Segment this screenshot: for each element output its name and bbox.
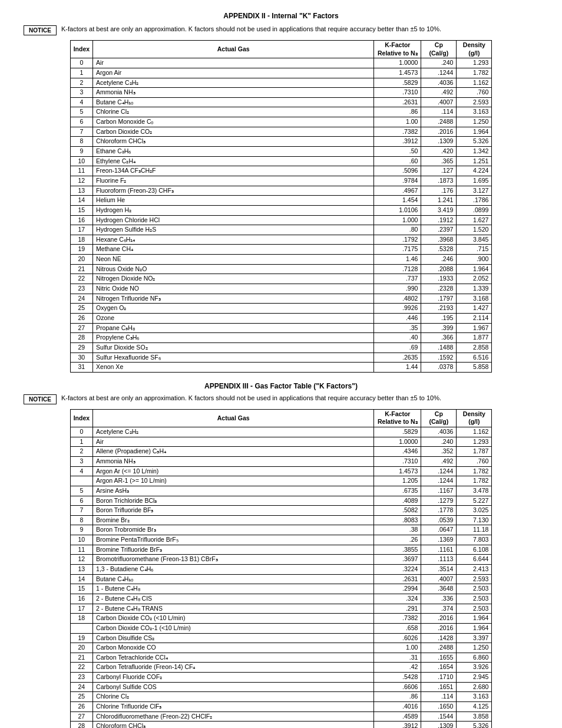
cell-gas: Acetylene C₂H₂ (93, 78, 374, 88)
cell-cp: .1873 (421, 176, 457, 186)
table-row: 14 Butane C₄H₁₀ .2631 .4007 2.593 (70, 574, 492, 584)
cell-density: 4.224 (457, 166, 492, 176)
cell-kfactor: .4346 (374, 447, 421, 457)
cell-index: 31 (70, 363, 92, 373)
cell-cp: .420 (421, 147, 457, 157)
cell-density: 1.520 (457, 225, 492, 235)
table-row: 0 Air 1.0000 .240 1.293 (70, 58, 492, 68)
cell-gas: Chlorodifluoromethane (Freon-22) CHClF₂ (93, 711, 374, 722)
cell-kfactor: .42 (374, 663, 421, 673)
table-row: 30 Sulfur Hexafluoride SF₆ .2635 .1592 6… (70, 353, 492, 363)
table-row: 28 Propylene C₃H₆ .40 .366 1.877 (70, 333, 492, 343)
cell-index: 5 (70, 486, 92, 496)
cell-kfactor: 1.0000 (374, 58, 421, 68)
cell-kfactor: .7128 (374, 264, 421, 274)
table-row: 23 Nitric Oxide NO .990 .2328 1.339 (70, 284, 492, 294)
cell-gas: Argon Ar (<= 10 L/min) (93, 466, 374, 476)
cell-index (70, 476, 92, 486)
table-row: 12 Fluorine F₂ .9784 .1873 1.695 (70, 176, 492, 186)
col-header-cp-2: Cp (Cal/g) (421, 409, 457, 427)
cell-cp: .3648 (421, 584, 457, 594)
cell-index: 13 (70, 186, 92, 196)
table-row: 9 Ethane C₂H₆ .50 .420 1.342 (70, 147, 492, 157)
cell-index: 24 (70, 682, 92, 692)
table-row: 19 Methane CH₄ .7175 .5328 .715 (70, 245, 492, 255)
cell-cp: .1933 (421, 274, 457, 284)
cell-density: 2.503 (457, 584, 492, 594)
cell-cp: .246 (421, 255, 457, 265)
cell-density: 1.787 (457, 447, 492, 457)
table-row: 19 Carbon Disulfide CS₂ .6026 .1428 3.39… (70, 633, 492, 643)
cell-index: 9 (70, 147, 92, 157)
appendix2-title: APPENDIX II - Internal "K" Factors (24, 12, 538, 20)
cell-gas: Fluoroform (Freon-23) CHF₃ (93, 186, 374, 196)
table-row: Carbon Dioxide CO₂-1 (<10 L/min) .658 .2… (70, 623, 492, 633)
cell-index: 25 (70, 692, 92, 702)
col-header-index-1: Index (70, 41, 92, 58)
cell-index: 18 (70, 614, 92, 624)
cell-gas: Hexane C₆H₁₄ (93, 235, 374, 245)
cell-gas: 2 - Butene C₄H₈ CIS (93, 594, 374, 604)
cell-index: 17 (70, 604, 92, 614)
cell-density: 1.293 (457, 58, 492, 68)
table-row: 14 Helium He 1.454 1.241 .1786 (70, 196, 492, 206)
cell-kfactor: .7310 (374, 88, 421, 98)
cell-cp: .240 (421, 58, 457, 68)
cell-gas: Chloroform CHCl₃ (93, 722, 374, 728)
cell-index: 4 (70, 466, 92, 476)
table-row: 26 Chlorine Trifluoride ClF₃ .4016 .1650… (70, 702, 492, 712)
cell-density: 3.163 (457, 692, 492, 702)
notice-text-2: K-factors at best are only an approximat… (61, 394, 441, 403)
cell-kfactor: .4089 (374, 496, 421, 506)
cell-index: 8 (70, 515, 92, 525)
cell-cp: .4036 (421, 427, 457, 437)
cell-density: 1.250 (457, 643, 492, 653)
table-row: 17 Hydrogen Sulfide H₂S .80 .2397 1.520 (70, 225, 492, 235)
cell-index: 2 (70, 447, 92, 457)
table-row: 1 Argon Air 1.4573 .1244 1.782 (70, 68, 492, 78)
cell-kfactor: .5096 (374, 166, 421, 176)
cell-index (70, 623, 92, 633)
cell-density: 1.964 (457, 623, 492, 633)
table-row: 11 Bromine Trifluoride BrF₃ .3855 .1161 … (70, 545, 492, 555)
cell-cp: .0647 (421, 525, 457, 535)
cell-gas: Ozone (93, 313, 374, 323)
cell-gas: Carbon Dioxide CO₂ (<10 L/min) (93, 614, 374, 624)
table-row: 27 Chlorodifluoromethane (Freon-22) CHCl… (70, 711, 492, 722)
cell-kfactor: .3855 (374, 545, 421, 555)
cell-kfactor: .86 (374, 107, 421, 117)
cell-density: 2.503 (457, 604, 492, 614)
cell-cp: .4007 (421, 97, 457, 107)
cell-cp: .492 (421, 456, 457, 466)
cell-cp: .1369 (421, 535, 457, 545)
cell-cp: .1244 (421, 68, 457, 78)
table-row: 16 Hydrogen Chloride HCl 1.000 .1912 1.6… (70, 215, 492, 225)
cell-kfactor: .291 (374, 604, 421, 614)
cell-density: 7.130 (457, 515, 492, 525)
cell-cp: .2088 (421, 264, 457, 274)
cell-gas: Hydrogen Sulfide H₂S (93, 225, 374, 235)
cell-cp: .127 (421, 166, 457, 176)
cell-density: 4.125 (457, 702, 492, 712)
cell-cp: .1428 (421, 633, 457, 643)
cell-index: 2 (70, 78, 92, 88)
cell-index: 3 (70, 456, 92, 466)
cell-kfactor: .324 (374, 594, 421, 604)
table-row: 20 Carbon Monoxide CO 1.00 .2488 1.250 (70, 643, 492, 653)
cell-density: 5.227 (457, 496, 492, 506)
cell-density: 5.858 (457, 363, 492, 373)
cell-gas: Carbon Dioxide CO₂-1 (<10 L/min) (93, 623, 374, 633)
table-row: 0 Acetylene C₂H₂ .5829 .4036 1.162 (70, 427, 492, 437)
cell-index: 4 (70, 97, 92, 107)
notice-row-1: NOTICE K-factors at best are only an app… (24, 25, 538, 35)
table-row: 25 Oxygen O₂ .9926 .2193 1.427 (70, 304, 492, 314)
cell-kfactor: 1.46 (374, 255, 421, 265)
cell-index: 10 (70, 535, 92, 545)
cell-density: 1.250 (457, 117, 492, 127)
table-row: 25 Chlorine Cl₂ .86 .114 3.163 (70, 692, 492, 702)
cell-index: 15 (70, 584, 92, 594)
cell-kfactor: .2994 (374, 584, 421, 594)
table-row: 10 Bromine PentaTrifluoride BrF₅ .26 .13… (70, 535, 492, 545)
cell-gas: Boron Trichloride BCl₃ (93, 496, 374, 506)
table-row: 6 Carbon Monoxide C₀ 1.00 .2488 1.250 (70, 117, 492, 127)
